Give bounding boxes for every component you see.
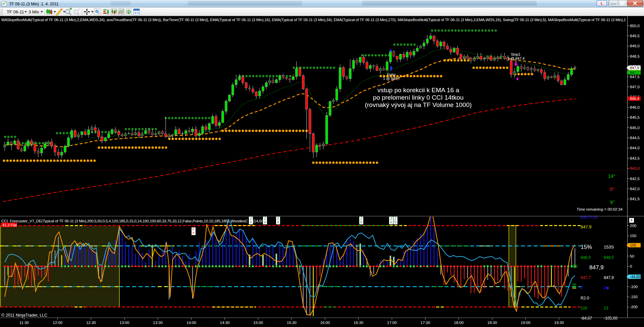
svg-text:847,7: 847,7 bbox=[581, 275, 591, 280]
svg-text:847,9: 847,9 bbox=[604, 275, 614, 280]
svg-text:13:00: 13:00 bbox=[120, 321, 129, 325]
svg-text:(rovnaký vývoj aj na TF Volume: (rovnaký vývoj aj na TF Volume 1000) bbox=[365, 101, 472, 108]
svg-text:847,5: 847,5 bbox=[630, 75, 640, 79]
svg-text:845,5: 845,5 bbox=[630, 115, 640, 119]
svg-text:0: 0 bbox=[630, 264, 632, 268]
svg-text:105: 105 bbox=[581, 306, 587, 311]
svg-text:842,5: 842,5 bbox=[630, 177, 640, 181]
svg-text:-84,67: -84,67 bbox=[581, 316, 592, 321]
svg-text:847,0: 847,0 bbox=[630, 85, 640, 89]
svg-text:847,7: 847,7 bbox=[630, 70, 639, 74]
svg-text:F: F bbox=[631, 219, 633, 222]
svg-text:e: e bbox=[250, 220, 252, 224]
svg-text:-100: -100 bbox=[630, 285, 638, 289]
svg-text:14:30: 14:30 bbox=[220, 321, 230, 325]
svg-text:e: e bbox=[390, 220, 392, 224]
svg-text:Stop1: Stop1 bbox=[511, 52, 521, 56]
svg-text:L: L bbox=[601, 1, 603, 5]
svg-text:18:30: 18:30 bbox=[487, 321, 497, 325]
svg-text:-150: -150 bbox=[630, 295, 638, 299]
svg-text:3 Min: 3 Min bbox=[29, 9, 39, 14]
svg-text:19:30: 19:30 bbox=[554, 321, 564, 325]
svg-text:41,3 Flat: 41,3 Flat bbox=[2, 223, 17, 227]
svg-text:e: e bbox=[264, 220, 266, 224]
svg-text:16:00: 16:00 bbox=[320, 321, 330, 325]
svg-text:Time remaining = 00:02:34: Time remaining = 00:02:34 bbox=[577, 207, 623, 211]
svg-text:e: e bbox=[193, 231, 195, 235]
svg-text:TF 06-11 (3 Min) 1. 4. 2011: TF 06-11 (3 Min) 1. 4. 2011 bbox=[9, 2, 59, 6]
svg-text:MASlopeBoxMulti(Typical of TF: MASlopeBoxMulti(Typical of TF 06-11 (3 M… bbox=[1, 18, 626, 22]
svg-text:13:30: 13:30 bbox=[153, 321, 163, 325]
svg-text:841,5: 841,5 bbox=[630, 197, 640, 201]
svg-text:105: 105 bbox=[630, 243, 636, 247]
svg-text:9°: 9° bbox=[610, 199, 615, 205]
svg-text:847,9: 847,9 bbox=[581, 224, 592, 229]
svg-text:17:30: 17:30 bbox=[421, 321, 430, 325]
svg-text:18:00: 18:00 bbox=[454, 321, 464, 325]
svg-text:50: 50 bbox=[630, 254, 634, 258]
svg-text:842,0: 842,0 bbox=[630, 187, 640, 191]
svg-text:849,5: 849,5 bbox=[630, 34, 640, 38]
svg-text:2◆: 2◆ bbox=[604, 285, 609, 290]
svg-text:0°: 0° bbox=[610, 186, 614, 192]
svg-text:844,0: 844,0 bbox=[630, 146, 640, 150]
svg-text:-44,82: -44,82 bbox=[630, 275, 640, 279]
svg-text:b: b bbox=[360, 220, 362, 224]
svg-text:e: e bbox=[277, 220, 279, 224]
svg-text:14:00: 14:00 bbox=[186, 321, 196, 325]
svg-text:16:30: 16:30 bbox=[354, 321, 363, 325]
svg-text:847,9: 847,9 bbox=[630, 66, 639, 70]
svg-text:15%: 15% bbox=[581, 244, 592, 250]
svg-text:844,5: 844,5 bbox=[630, 136, 640, 140]
svg-text:19:00: 19:00 bbox=[521, 321, 531, 325]
svg-text:846,0: 846,0 bbox=[630, 105, 640, 109]
svg-text:150: 150 bbox=[630, 234, 636, 238]
svg-text:848,0: 848,0 bbox=[604, 255, 614, 260]
svg-text:b: b bbox=[394, 220, 396, 224]
svg-text:vstup po korekcii k EMA 16 a: vstup po korekcii k EMA 16 a bbox=[377, 87, 459, 94]
svg-text:23: 23 bbox=[604, 306, 608, 311]
svg-text:15:00: 15:00 bbox=[253, 321, 263, 325]
svg-text:849,7+16: 849,7+16 bbox=[581, 215, 598, 220]
svg-text:-105,00: -105,00 bbox=[604, 316, 618, 321]
svg-text:848,0: 848,0 bbox=[581, 255, 591, 260]
svg-text:CCI_Forecaster_V7_DE(Typical o: CCI_Forecaster_V7_DE(Typical of TF 06-11… bbox=[1, 219, 248, 223]
svg-text:153S: 153S bbox=[604, 244, 614, 250]
svg-text:po prelomení linky 0 CCI 14tko: po prelomení linky 0 CCI 14tkou bbox=[373, 94, 464, 101]
svg-text:15:30: 15:30 bbox=[287, 321, 297, 325]
svg-text:1 @ 848,7: 1 @ 848,7 bbox=[383, 76, 400, 80]
svg-text:17:00: 17:00 bbox=[387, 321, 397, 325]
svg-text:© 2011 NinjaTrader, LLC: © 2011 NinjaTrader, LLC bbox=[1, 313, 47, 318]
svg-text:850,0: 850,0 bbox=[630, 24, 640, 28]
svg-text:-200: -200 bbox=[630, 305, 638, 309]
svg-text:11:30: 11:30 bbox=[19, 321, 29, 325]
svg-text:848,5: 848,5 bbox=[630, 54, 640, 58]
svg-text:12:30: 12:30 bbox=[86, 321, 96, 325]
svg-text:845,0: 845,0 bbox=[630, 126, 640, 130]
svg-text:14°: 14° bbox=[608, 173, 615, 179]
svg-text:12:00: 12:00 bbox=[53, 321, 62, 325]
svg-text:200: 200 bbox=[630, 224, 636, 228]
svg-text:Entry: Entry bbox=[387, 72, 396, 76]
svg-text:843,5: 843,5 bbox=[630, 156, 640, 160]
svg-text:847,9: 847,9 bbox=[589, 264, 604, 271]
svg-text:849,0: 849,0 bbox=[630, 44, 640, 48]
svg-text:0: 0 bbox=[581, 285, 583, 290]
svg-text:843,0: 843,0 bbox=[630, 166, 640, 170]
svg-text:R2-0: R2-0 bbox=[581, 296, 589, 301]
svg-text:846,4: 846,4 bbox=[630, 97, 639, 101]
svg-text:$: $ bbox=[128, 10, 130, 14]
svg-text:1 @ 847,4: 1 @ 847,4 bbox=[507, 56, 525, 60]
svg-text:TF 06-11: TF 06-11 bbox=[7, 9, 24, 14]
